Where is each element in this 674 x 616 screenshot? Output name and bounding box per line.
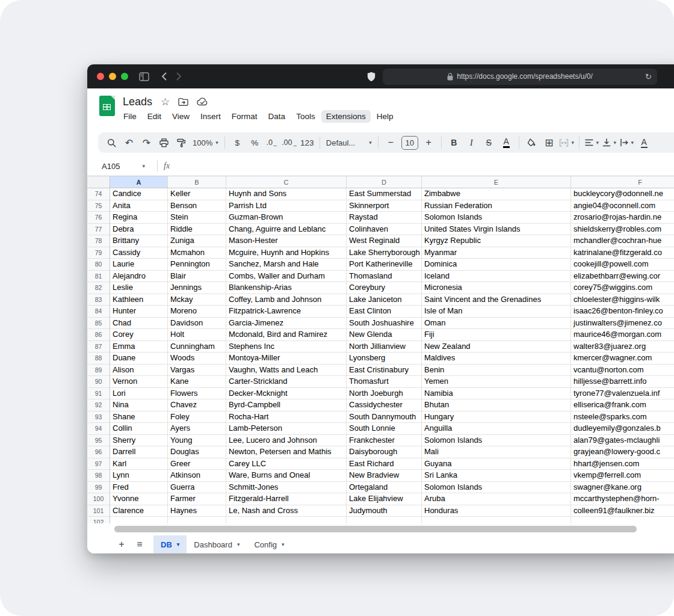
row-header-81[interactable]: 81 xyxy=(87,271,110,283)
row-header-84[interactable]: 84 xyxy=(87,306,110,318)
cell[interactable]: Carey LLC xyxy=(226,458,347,470)
cell[interactable] xyxy=(168,517,226,523)
cell[interactable]: East Clinton xyxy=(347,306,422,318)
cell[interactable]: Debra xyxy=(110,224,168,236)
cell[interactable] xyxy=(226,517,347,523)
zoom-select[interactable]: 100% xyxy=(190,134,221,151)
cell[interactable]: Namibia xyxy=(422,388,571,400)
cell[interactable]: Solomon Islands xyxy=(422,435,571,447)
cell[interactable]: Garcia-Jimenez xyxy=(226,318,347,330)
cell[interactable]: isaac26@benton-finley.co xyxy=(571,306,674,318)
cell[interactable]: Honduras xyxy=(422,505,571,517)
forward-button[interactable] xyxy=(176,72,182,81)
cell[interactable]: Atkinson xyxy=(168,470,226,482)
cell[interactable]: Kane xyxy=(168,376,226,388)
cell[interactable]: zrosario@rojas-hardin.ne xyxy=(571,212,674,224)
cell[interactable]: Lori xyxy=(110,388,168,400)
cell[interactable]: West Reginald xyxy=(347,235,422,247)
cell[interactable]: Colinhaven xyxy=(347,224,422,236)
cell[interactable]: Skinnerport xyxy=(347,200,422,212)
cell[interactable]: United States Virgin Islands xyxy=(422,224,571,236)
cell[interactable]: elizabethbarr@ewing.cor xyxy=(571,271,674,283)
cell[interactable]: Russian Federation xyxy=(422,200,571,212)
cell[interactable]: North Joeburgh xyxy=(347,388,422,400)
cell[interactable]: Micronesia xyxy=(422,282,571,294)
cell[interactable]: Sanchez, Marsh and Hale xyxy=(226,259,347,271)
increase-font-size-button[interactable]: + xyxy=(420,134,437,151)
cell[interactable]: Hungary xyxy=(422,411,571,424)
name-box[interactable]: A105 xyxy=(98,162,149,171)
cell[interactable]: East Cristinabury xyxy=(347,365,422,377)
cell[interactable]: Stephens Inc xyxy=(226,341,347,353)
cell[interactable]: Mcguire, Huynh and Hopkins xyxy=(226,247,347,259)
cell[interactable]: Dominica xyxy=(422,259,571,271)
row-header-99[interactable]: 99 xyxy=(87,482,110,494)
cell[interactable]: Lamb-Peterson xyxy=(226,423,347,435)
cell[interactable]: New Glenda xyxy=(347,329,422,341)
cell[interactable]: Blair xyxy=(168,271,226,283)
cell[interactable]: Flowers xyxy=(168,388,226,400)
add-sheet-button[interactable]: + xyxy=(113,535,131,553)
cell[interactable]: Mcmahon xyxy=(168,247,226,259)
cell[interactable]: Solomon Islands xyxy=(422,482,571,494)
cell[interactable] xyxy=(571,517,674,523)
cell[interactable]: Brittany xyxy=(110,235,168,247)
cell[interactable]: cookejill@powell.com xyxy=(571,259,674,271)
column-header-D[interactable]: D xyxy=(347,176,422,188)
address-bar[interactable]: https://docs.google.com/spreadsheets/u/0… xyxy=(383,69,657,85)
row-header-77[interactable]: 77 xyxy=(87,224,110,236)
row-header-97[interactable]: 97 xyxy=(87,458,110,470)
cell[interactable]: Haynes xyxy=(168,505,226,517)
cell[interactable]: Hunter xyxy=(110,306,168,318)
cell[interactable]: Judymouth xyxy=(347,505,422,517)
cell[interactable]: Vaughn, Watts and Leach xyxy=(226,365,347,377)
cell[interactable]: hhart@jensen.com xyxy=(571,458,674,470)
more-formats-button[interactable]: 123 xyxy=(298,134,316,151)
cell[interactable]: Solomon Islands xyxy=(422,212,571,224)
decrease-decimal-button[interactable]: .0← xyxy=(264,134,281,151)
cell[interactable]: vkemp@ferrell.com xyxy=(571,470,674,482)
cell[interactable]: Lake Sherryborough xyxy=(347,247,422,259)
cell[interactable]: tyrone77@valenzuela.inf xyxy=(571,388,674,400)
cell[interactable]: Frankchester xyxy=(347,435,422,447)
cell[interactable]: Nina xyxy=(110,399,168,411)
cell[interactable]: Maldives xyxy=(422,353,571,365)
cell[interactable]: Coffey, Lamb and Johnson xyxy=(226,294,347,306)
cell[interactable]: Karl xyxy=(110,458,168,470)
increase-decimal-button[interactable]: .00→ xyxy=(281,134,298,151)
cell[interactable]: Corey xyxy=(110,329,168,341)
cell[interactable]: Cassidychester xyxy=(347,399,422,411)
cell[interactable]: Alejandro xyxy=(110,271,168,283)
cell[interactable]: Clarence xyxy=(110,505,168,517)
format-currency-button[interactable]: $ xyxy=(229,134,246,151)
cell[interactable]: Lake Janiceton xyxy=(347,294,422,306)
column-header-C[interactable]: C xyxy=(226,176,347,188)
cell[interactable]: Huynh and Sons xyxy=(226,188,347,200)
row-header-83[interactable]: 83 xyxy=(87,294,110,306)
cell[interactable]: Regina xyxy=(110,212,168,224)
row-header-102[interactable]: 102 xyxy=(87,517,110,523)
cell[interactable]: Daisyborough xyxy=(347,446,422,458)
cell[interactable]: East Richard xyxy=(347,458,422,470)
cell[interactable]: Guzman-Brown xyxy=(226,212,347,224)
cell[interactable]: Thomasfurt xyxy=(347,376,422,388)
column-header-A[interactable]: A xyxy=(110,176,168,188)
cell[interactable]: swagner@kane.org xyxy=(571,482,674,494)
cell[interactable]: Decker-Mcknight xyxy=(226,388,347,400)
cell[interactable]: Raystad xyxy=(347,212,422,224)
cell[interactable]: Farmer xyxy=(168,493,226,505)
formula-input[interactable] xyxy=(170,156,674,176)
zoom-window-button[interactable] xyxy=(121,73,128,80)
all-sheets-button[interactable]: ≡ xyxy=(131,535,149,553)
sheet-tab-db[interactable]: DB xyxy=(153,535,187,553)
row-header-101[interactable]: 101 xyxy=(87,505,110,517)
cell[interactable]: Yemen xyxy=(422,376,571,388)
cell[interactable]: Keller xyxy=(168,188,226,200)
cell[interactable]: Ortegaland xyxy=(347,482,422,494)
cell[interactable]: Bhutan xyxy=(422,399,571,411)
row-header-87[interactable]: 87 xyxy=(87,341,110,353)
row-header-100[interactable]: 100 xyxy=(87,493,110,505)
menu-tools[interactable]: Tools xyxy=(291,110,320,123)
bold-button[interactable]: B xyxy=(445,134,463,151)
row-header-95[interactable]: 95 xyxy=(87,435,110,447)
